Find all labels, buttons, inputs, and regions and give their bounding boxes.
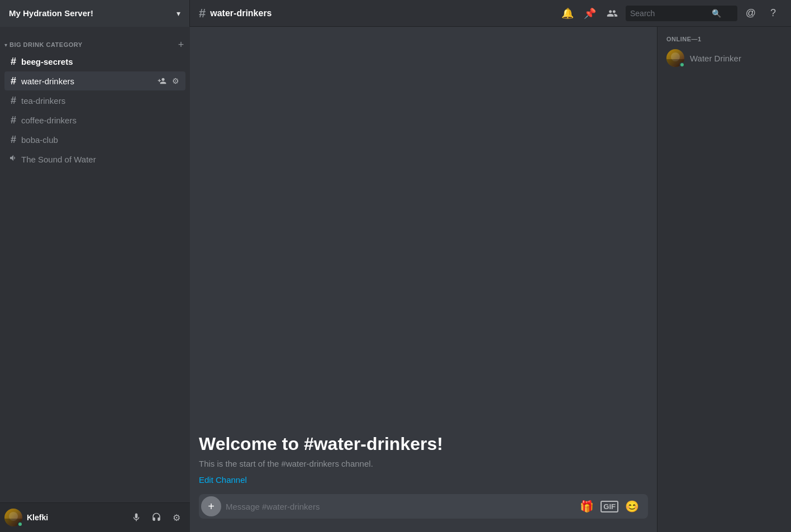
- channel-item-beeg-secrets[interactable]: # beeg-secrets ⚙: [4, 52, 185, 71]
- welcome-area: Welcome to #water-drinkers! This is the …: [199, 416, 648, 494]
- voice-channel-icon: [9, 154, 18, 165]
- member-name: Water Drinker: [690, 54, 741, 63]
- category-header[interactable]: ▾ BIG DRINK CATEGORY +: [0, 31, 190, 51]
- member-item-water-drinker[interactable]: Water Drinker: [662, 47, 787, 69]
- text-channel-icon: #: [9, 95, 18, 107]
- channel-actions: ⚙: [156, 75, 181, 87]
- message-input-area: + 🎁 GIF 😊: [190, 494, 657, 532]
- headphones-button[interactable]: [147, 509, 165, 526]
- category-chevron-icon: ▾: [4, 42, 7, 48]
- category-label: BIG DRINK CATEGORY: [9, 41, 177, 48]
- search-bar[interactable]: 🔍: [626, 6, 737, 21]
- message-input[interactable]: [226, 502, 575, 511]
- channel-hash-icon: #: [199, 6, 206, 21]
- settings-button[interactable]: ⚙: [168, 509, 185, 526]
- edit-channel-link[interactable]: Edit Channel: [199, 475, 247, 485]
- header-icons: 🔔 📌 🔍 @ ?: [559, 4, 791, 22]
- chat-messages: Welcome to #water-drinkers! This is the …: [190, 27, 657, 494]
- search-icon: 🔍: [712, 9, 721, 18]
- sidebar: ▾ BIG DRINK CATEGORY + # beeg-secrets ⚙: [0, 27, 190, 532]
- body-area: ▾ BIG DRINK CATEGORY + # beeg-secrets ⚙: [0, 27, 791, 532]
- user-name: Klefki: [27, 513, 123, 522]
- at-icon-button[interactable]: @: [742, 4, 760, 22]
- channel-item-tea-drinkers[interactable]: # tea-drinkers ⚙: [4, 91, 185, 110]
- text-channel-icon: #: [9, 75, 18, 87]
- pin-icon-button[interactable]: 📌: [581, 4, 599, 22]
- server-name: My Hydration Server!: [9, 8, 177, 18]
- message-input-box: + 🎁 GIF 😊: [199, 494, 648, 519]
- text-channel-icon: #: [9, 56, 18, 68]
- member-avatar-wrapper: [666, 49, 684, 67]
- channel-list: ▾ BIG DRINK CATEGORY + # beeg-secrets ⚙: [0, 27, 190, 502]
- user-controls: ⚙: [127, 509, 185, 526]
- channel-name: water-drinkers: [21, 76, 156, 86]
- channel-name: The Sound of Water: [21, 155, 181, 164]
- text-channel-icon: #: [9, 134, 18, 146]
- channel-name: beeg-secrets: [21, 57, 181, 66]
- server-name-button[interactable]: My Hydration Server! ▾: [0, 0, 190, 27]
- user-avatar-wrapper: [4, 509, 22, 526]
- channel-name: boba-club: [21, 135, 181, 145]
- channel-header: # water-drinkers: [190, 6, 559, 21]
- members-icon-button[interactable]: [603, 4, 621, 22]
- gift-icon-button[interactable]: 🎁: [580, 500, 594, 513]
- user-status-indicator: [17, 521, 23, 527]
- microphone-button[interactable]: [127, 509, 145, 526]
- channel-item-boba-club[interactable]: # boba-club ⚙: [4, 130, 185, 149]
- search-input[interactable]: [630, 9, 708, 18]
- bell-icon-button[interactable]: 🔔: [559, 4, 576, 22]
- channel-item-coffee-drinkers[interactable]: # coffee-drinkers ⚙: [4, 111, 185, 130]
- channel-name: tea-drinkers: [21, 96, 181, 106]
- category-add-button[interactable]: +: [177, 40, 185, 49]
- settings-icon[interactable]: ⚙: [170, 75, 181, 87]
- online-section-header: ONLINE—1: [662, 36, 787, 42]
- welcome-title: Welcome to #water-drinkers!: [199, 434, 648, 454]
- channel-name-header: water-drinkers: [210, 8, 271, 18]
- text-channel-icon: #: [9, 114, 18, 126]
- right-sidebar: ONLINE—1 Water Drinker: [657, 27, 791, 532]
- emoji-icon-button[interactable]: 😊: [625, 500, 639, 513]
- message-action-icons: 🎁 GIF 😊: [580, 500, 639, 513]
- main-chat: Welcome to #water-drinkers! This is the …: [190, 27, 657, 532]
- member-status-indicator: [679, 62, 685, 68]
- gif-icon-button[interactable]: GIF: [601, 501, 618, 512]
- channel-name: coffee-drinkers: [21, 116, 181, 125]
- welcome-subtitle: This is the start of the #water-drinkers…: [199, 459, 648, 468]
- channel-item-the-sound-of-water[interactable]: The Sound of Water ⚙: [4, 150, 185, 169]
- server-dropdown-icon: ▾: [177, 9, 180, 18]
- channel-item-water-drinkers[interactable]: # water-drinkers ⚙: [4, 71, 185, 90]
- top-header: My Hydration Server! ▾ # water-drinkers …: [0, 0, 791, 27]
- add-member-icon[interactable]: [156, 75, 168, 87]
- message-add-button[interactable]: +: [201, 496, 221, 516]
- help-icon-button[interactable]: ?: [764, 4, 782, 22]
- user-area: Klefki ⚙: [0, 502, 190, 532]
